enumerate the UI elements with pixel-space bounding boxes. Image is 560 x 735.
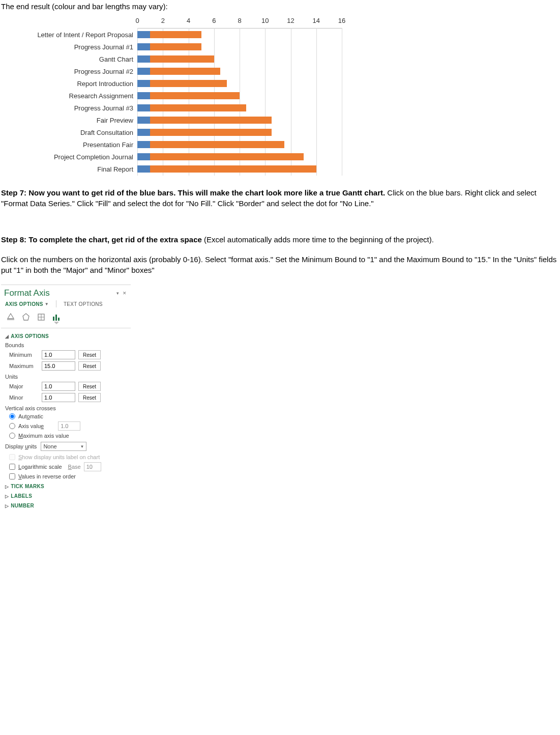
svg-rect-8: [58, 318, 60, 321]
vac-label: Vertical axis crosses: [1, 403, 131, 412]
chart-category-label: Progress Journal #3: [37, 104, 137, 112]
chart-row: Progress Journal #2: [37, 65, 342, 77]
svg-rect-1: [7, 319, 14, 320]
chart-row: Letter of Intent / Report Proposal: [37, 29, 342, 41]
bar-duration: [150, 55, 214, 63]
chevron-down-icon: ▼: [80, 444, 84, 449]
bar-duration: [150, 92, 240, 99]
axis-value-input[interactable]: [58, 421, 80, 431]
chart-row: Final Report: [37, 163, 342, 175]
minimum-label: Minimum: [5, 352, 39, 358]
chart-row: Draft Consultation: [37, 126, 342, 138]
radio-automatic-label: Automatic: [18, 413, 43, 419]
tab-axis-options[interactable]: AXIS OPTIONS▼: [5, 301, 49, 307]
chart-category-label: Research Assignment: [37, 92, 137, 100]
minimum-input[interactable]: [42, 350, 75, 359]
svg-rect-7: [55, 315, 57, 321]
minor-input[interactable]: [42, 393, 75, 402]
show-du-checkbox: [9, 454, 15, 460]
log-base-label: Base: [68, 464, 81, 470]
bar-start: [137, 31, 150, 38]
chart-category-label: Progress Journal #2: [37, 68, 137, 75]
x-axis-tick: 4: [187, 17, 190, 24]
tab-text-options[interactable]: TEXT OPTIONS: [64, 301, 103, 307]
format-axis-pane: Format Axis ▾ ✕ AXIS OPTIONS▼ TEXT OPTIO…: [1, 285, 131, 513]
bar-duration: [150, 104, 246, 111]
major-reset-button[interactable]: Reset: [78, 382, 101, 391]
chart-row: Report Introduction: [37, 77, 342, 90]
step7-paragraph: Step 7: Now you want to get rid of the b…: [1, 187, 559, 209]
chart-category-label: Final Report: [37, 165, 137, 173]
units-label: Units: [1, 372, 131, 381]
x-axis-tick: 14: [313, 17, 320, 24]
x-axis-tick: 6: [212, 17, 216, 24]
reverse-label: Values in reverse order: [18, 473, 76, 479]
bar-duration: [150, 68, 220, 75]
chart-category-label: Gantt Chart: [37, 55, 137, 63]
bar-start: [137, 165, 150, 173]
bar-start: [137, 68, 150, 75]
section-axis-options[interactable]: ◢AXIS OPTIONS: [1, 330, 131, 340]
radio-max-axis-label: Maximum axis value: [18, 433, 69, 439]
major-label: Major: [5, 383, 39, 389]
x-axis-tick: 8: [238, 17, 241, 24]
svg-marker-0: [8, 314, 14, 319]
bar-start: [137, 153, 150, 160]
minor-reset-button[interactable]: Reset: [78, 393, 101, 402]
collapse-icon: ▷: [5, 494, 9, 499]
x-axis-tick: 12: [287, 17, 294, 24]
svg-rect-6: [53, 317, 54, 321]
fill-line-icon[interactable]: [5, 312, 16, 323]
axis-options-icon[interactable]: [51, 312, 62, 323]
reverse-checkbox[interactable]: [9, 473, 15, 479]
maximum-reset-button[interactable]: Reset: [78, 361, 101, 371]
effects-icon[interactable]: [20, 312, 32, 323]
chart-category-label: Presentation Fair: [37, 141, 137, 149]
x-axis-tick: 10: [261, 17, 269, 24]
pane-title: Format Axis: [4, 288, 50, 298]
bar-start: [137, 92, 150, 99]
chart-category-label: Progress Journal #1: [37, 43, 137, 51]
bar-start: [137, 117, 150, 124]
chart-row: Research Assignment: [37, 90, 342, 102]
chart-row: Project Completion Journal: [37, 151, 342, 163]
section-number[interactable]: ▷NUMBER: [1, 500, 131, 510]
size-properties-icon[interactable]: [36, 312, 47, 323]
expand-icon: ◢: [5, 334, 9, 339]
bar-duration: [150, 31, 201, 38]
radio-max-axis[interactable]: [9, 433, 15, 439]
collapse-icon: ▷: [5, 503, 9, 508]
chart-row: Presentation Fair: [37, 138, 342, 151]
bar-start: [137, 80, 150, 87]
minor-label: Minor: [5, 394, 39, 401]
radio-automatic[interactable]: [9, 413, 15, 419]
pane-controls[interactable]: ▾ ✕: [116, 291, 128, 296]
step8b-paragraph: Click on the numbers on the horizontal a…: [1, 254, 559, 275]
chart-category-label: Report Introduction: [37, 80, 137, 88]
step8-bold: Step 8: To complete the chart, get rid o…: [1, 235, 202, 244]
chart-category-label: Letter of Intent / Report Proposal: [37, 31, 137, 39]
section-tick-marks[interactable]: ▷TICK MARKS: [1, 480, 131, 490]
radio-axis-value-label: Axis value: [18, 423, 44, 429]
maximum-label: Maximum: [5, 363, 39, 369]
chart-row: Fair Preview: [37, 114, 342, 126]
step8-paragraph: Step 8: To complete the chart, get rid o…: [1, 234, 559, 245]
section-labels[interactable]: ▷LABELS: [1, 490, 131, 500]
chart-row: Gantt Chart: [37, 53, 342, 65]
chart-row: Progress Journal #1: [37, 41, 342, 53]
display-units-select[interactable]: None▼: [41, 442, 86, 451]
log-base-input[interactable]: [84, 462, 101, 471]
major-input[interactable]: [42, 382, 75, 391]
bar-duration: [150, 129, 272, 136]
chart-category-label: Fair Preview: [37, 117, 137, 124]
radio-axis-value[interactable]: [9, 423, 15, 429]
bar-start: [137, 55, 150, 63]
chart-category-label: Draft Consultation: [37, 129, 137, 136]
chart-row: Progress Journal #3: [37, 102, 342, 114]
minimum-reset-button[interactable]: Reset: [78, 350, 101, 359]
log-scale-checkbox[interactable]: [9, 464, 15, 470]
maximum-input[interactable]: [42, 361, 75, 371]
chevron-down-icon: ▼: [45, 302, 49, 306]
x-axis-tick: 0: [135, 17, 139, 24]
show-du-label: Show display units label on chart: [18, 454, 100, 460]
